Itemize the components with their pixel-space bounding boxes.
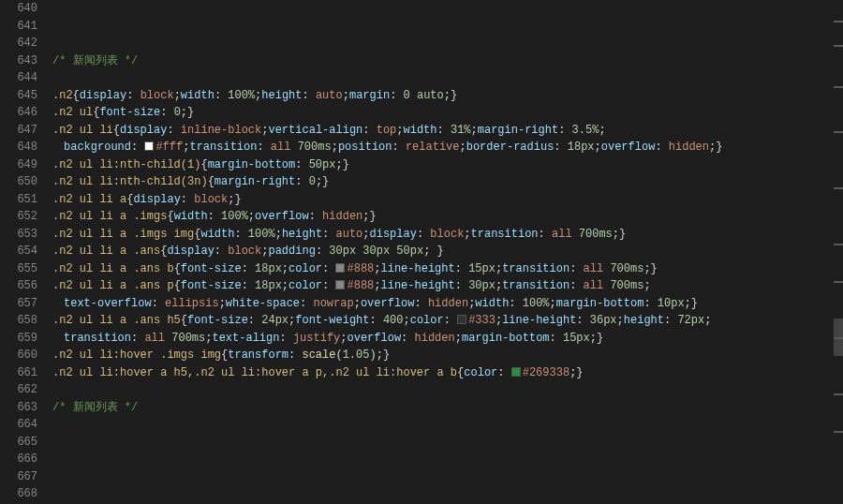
line-number: 653 [0, 226, 37, 244]
line-number: 640 [0, 0, 37, 18]
code-line[interactable]: .n2 ul li a .imgs img{width: 100%;height… [52, 226, 843, 244]
code-line[interactable]: /* 新闻列表 */ [52, 399, 843, 417]
line-number: 652 [0, 208, 37, 226]
line-number: 645 [0, 87, 37, 105]
code-line[interactable]: .n2 ul{font-size: 0;} [52, 104, 843, 122]
line-number: 646 [0, 104, 37, 122]
line-number: 650 [0, 173, 37, 191]
code-line[interactable]: .n2 ul li:hover .imgs img{transform: sca… [52, 347, 843, 364]
code-line[interactable] [52, 416, 843, 434]
line-number: 644 [0, 69, 37, 87]
code-line[interactable]: .n2 ul li a .ans b{font-size: 18px;color… [52, 260, 843, 278]
line-number: 661 [0, 364, 37, 382]
minimap-mark [834, 86, 843, 88]
code-line[interactable] [52, 468, 843, 486]
code-line[interactable]: .n2 ul li a{display: block;} [52, 191, 843, 209]
minimap-mark [834, 21, 843, 22]
code-line[interactable] [52, 434, 843, 452]
line-number: 664 [0, 416, 37, 434]
minimap-mark [834, 131, 843, 133]
minimap-mark [834, 244, 843, 245]
code-line[interactable]: /* 新闻列表 */ [52, 52, 843, 70]
code-line[interactable]: .n2{display: block;width: 100%;height: a… [52, 87, 843, 105]
code-line[interactable]: text-overflow: ellipsis;white-space: now… [52, 295, 843, 313]
line-number: 642 [0, 35, 37, 52]
line-number: 655 [0, 260, 37, 278]
code-line[interactable]: .n2 ul li:nth-child(3n){margin-right: 0;… [52, 173, 843, 191]
code-line[interactable]: .n2 ul li a .ans{display: block;padding:… [52, 243, 843, 260]
line-number: 663 [0, 399, 37, 417]
minimap-scrollbar[interactable] [834, 0, 843, 504]
line-number: 666 [0, 451, 37, 468]
code-line[interactable]: .n2 ul li a .ans h5{font-size: 24px;font… [52, 312, 843, 330]
line-number: 668 [0, 485, 37, 503]
line-number: 654 [0, 243, 37, 260]
minimap-mark [834, 45, 843, 47]
code-line[interactable]: .n2 ul li:hover a h5,.n2 ul li:hover a p… [52, 364, 843, 382]
code-line[interactable]: .n2 ul li a .imgs{width: 100%;overflow: … [52, 208, 843, 226]
code-line[interactable]: transition: all 700ms;text-align: justif… [52, 330, 843, 348]
code-line[interactable] [52, 0, 843, 18]
line-number: 648 [0, 139, 37, 156]
code-line[interactable]: .n2 ul li a .ans p{font-size: 18px;color… [52, 277, 843, 295]
line-number: 665 [0, 434, 37, 452]
code-line[interactable] [52, 35, 843, 52]
line-number: 667 [0, 468, 37, 486]
line-number: 651 [0, 191, 37, 209]
line-number: 647 [0, 122, 37, 140]
line-number: 649 [0, 156, 37, 174]
code-editor[interactable]: 6406416426436446456466476486496506516526… [0, 0, 843, 504]
minimap-mark [834, 281, 843, 283]
code-line[interactable]: .n2 ul li:nth-child(1){margin-bottom: 50… [52, 156, 843, 174]
minimap-mark [834, 431, 843, 433]
minimap-mark [834, 187, 843, 189]
line-number: 660 [0, 347, 37, 364]
code-line[interactable]: background: #fff;transition: all 700ms;p… [52, 139, 843, 156]
code-line[interactable] [52, 69, 843, 87]
code-line[interactable]: .n2 ul li{display: inline-block;vertical… [52, 122, 843, 140]
line-number: 641 [0, 18, 37, 36]
code-line[interactable] [52, 485, 843, 503]
line-number: 656 [0, 277, 37, 295]
code-line[interactable] [52, 451, 843, 468]
minimap-mark [834, 337, 843, 339]
line-number-gutter: 6406416426436446456466476486496506516526… [0, 0, 47, 504]
minimap-mark [834, 393, 843, 395]
line-number: 659 [0, 330, 37, 348]
line-number: 662 [0, 381, 37, 399]
code-line[interactable] [52, 18, 843, 36]
code-line[interactable] [52, 381, 843, 399]
line-number: 643 [0, 52, 37, 70]
line-number: 658 [0, 312, 37, 330]
line-number: 657 [0, 295, 37, 313]
code-area[interactable]: /* 新闻列表 */ .n2{display: block;width: 100… [47, 0, 843, 504]
